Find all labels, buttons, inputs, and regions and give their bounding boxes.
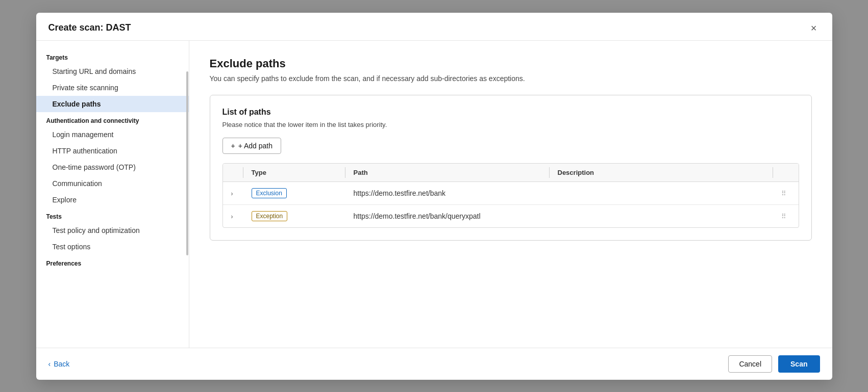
paths-table-container: Type Path Description › — [222, 163, 799, 228]
scan-button[interactable]: Scan — [778, 355, 820, 373]
sidebar-scrollbar — [186, 71, 188, 255]
cancel-button[interactable]: Cancel — [728, 355, 772, 373]
drag-handle-icon[interactable]: ⠿ — [781, 213, 787, 220]
sidebar-section-auth: Authentication and connectivity — [36, 112, 189, 126]
col-expand — [223, 164, 243, 182]
sidebar-item-test-options[interactable]: Test options — [36, 239, 189, 255]
row-expand-cell[interactable]: › — [223, 181, 243, 204]
sidebar-item-communication[interactable]: Communication — [36, 175, 189, 192]
row-drag-cell[interactable]: ⠿ — [773, 204, 799, 227]
modal-header: Create scan: DAST × — [36, 13, 832, 41]
drag-handle-icon[interactable]: ⠿ — [781, 190, 787, 197]
col-path: Path — [345, 164, 550, 182]
main-content: Exclude paths You can specify paths to e… — [189, 41, 832, 348]
sidebar-item-explore[interactable]: Explore — [36, 192, 189, 208]
modal-overlay: Create scan: DAST × Targets Starting URL… — [0, 0, 868, 392]
modal-body: Targets Starting URL and domains Private… — [36, 41, 832, 348]
sidebar-item-exclude-paths[interactable]: Exclude paths — [36, 96, 189, 112]
row-path-cell: https://demo.testfire.net/bank/queryxpat… — [345, 204, 550, 227]
card-title: List of paths — [222, 108, 799, 117]
sidebar-item-test-policy[interactable]: Test policy and optimization — [36, 222, 189, 239]
table-header: Type Path Description — [223, 164, 799, 182]
row-type-cell: Exclusion — [243, 181, 345, 204]
chevron-left-icon: ‹ — [48, 360, 51, 368]
sidebar-item-private-site[interactable]: Private site scanning — [36, 80, 189, 96]
sidebar-item-otp[interactable]: One-time password (OTP) — [36, 159, 189, 175]
paths-table: Type Path Description › — [223, 164, 799, 227]
row-path-cell: https://demo.testfire.net/bank — [345, 181, 550, 204]
paths-card: List of paths Please notice that the low… — [210, 95, 812, 241]
modal-footer: ‹ Back Cancel Scan — [36, 348, 832, 380]
row-type-cell: Exception — [243, 204, 345, 227]
modal: Create scan: DAST × Targets Starting URL… — [36, 13, 832, 380]
sidebar-section-preferences: Preferences — [36, 255, 189, 269]
back-button[interactable]: ‹ Back — [48, 357, 70, 371]
row-desc-cell — [550, 181, 773, 204]
table-row: › Exclusion https://demo.testfire.net/ba… — [223, 181, 799, 204]
add-path-label: + Add path — [238, 142, 272, 150]
add-path-button[interactable]: + + Add path — [222, 138, 282, 154]
sidebar-item-http-auth[interactable]: HTTP authentication — [36, 143, 189, 159]
sidebar-item-login-management[interactable]: Login management — [36, 126, 189, 143]
plus-icon: + — [231, 142, 235, 150]
exclusion-badge: Exclusion — [252, 188, 287, 198]
close-button[interactable]: × — [808, 22, 820, 34]
sidebar-section-tests: Tests — [36, 208, 189, 222]
table-row: › Exception https://demo.testfire.net/ba… — [223, 204, 799, 227]
row-desc-cell — [550, 204, 773, 227]
col-actions — [773, 164, 799, 182]
back-label: Back — [54, 360, 69, 368]
exception-badge: Exception — [252, 211, 288, 221]
row-drag-cell[interactable]: ⠿ — [773, 181, 799, 204]
col-description: Description — [550, 164, 773, 182]
page-subtitle: You can specify paths to exclude from th… — [210, 74, 812, 83]
row-expand-cell[interactable]: › — [223, 204, 243, 227]
card-note: Please notice that the lower item in the… — [222, 121, 799, 128]
col-type: Type — [243, 164, 345, 182]
chevron-right-icon[interactable]: › — [231, 213, 233, 220]
modal-title: Create scan: DAST — [48, 22, 131, 33]
sidebar: Targets Starting URL and domains Private… — [36, 41, 189, 348]
page-title: Exclude paths — [210, 57, 812, 70]
sidebar-section-targets: Targets — [36, 49, 189, 63]
chevron-right-icon[interactable]: › — [231, 190, 233, 197]
sidebar-item-starting-url[interactable]: Starting URL and domains — [36, 63, 189, 80]
footer-actions: Cancel Scan — [728, 355, 820, 373]
table-body: › Exclusion https://demo.testfire.net/ba… — [223, 181, 799, 227]
